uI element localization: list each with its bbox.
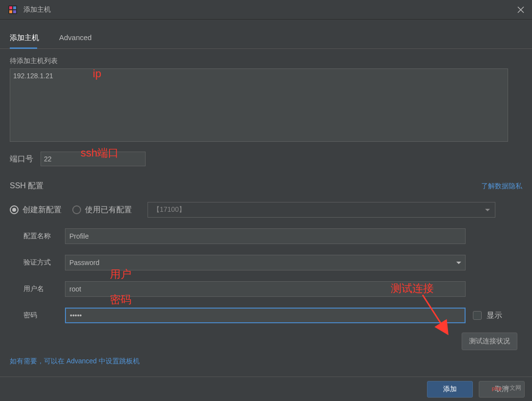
close-icon: [517, 6, 524, 13]
ssh-label: SSH 配置: [10, 181, 43, 191]
radio-existing-label: 使用已有配置: [85, 205, 132, 215]
radio-create-config[interactable]: 创建新配置: [10, 205, 62, 215]
ssh-header: SSH 配置 了解数据隐私: [10, 181, 522, 191]
test-connection-button[interactable]: 测试连接状况: [462, 333, 517, 350]
port-input[interactable]: [41, 152, 146, 166]
auth-value: Password: [69, 259, 99, 267]
svg-rect-1: [9, 6, 12, 9]
close-button[interactable]: [513, 2, 528, 17]
add-button[interactable]: 添加: [427, 381, 473, 398]
radio-existing-config[interactable]: 使用已有配置: [72, 205, 132, 215]
ssh-section: SSH 配置 了解数据隐私 创建新配置 使用已有配置 【17100】 配置名称 …: [10, 181, 522, 323]
footer: 添加 取消: [0, 377, 532, 401]
content: 待添加主机列表 192.128.1.21 端口号 SSH 配置 了解数据隐私 创…: [0, 49, 532, 328]
tabs: 添加主机 Advanced: [0, 28, 532, 49]
user-label: 用户名: [23, 285, 65, 293]
chevron-down-icon: [485, 209, 490, 211]
existing-config-select[interactable]: 【17100】: [148, 202, 495, 218]
show-password-group[interactable]: 显示: [473, 311, 502, 321]
advanced-hint: 如有需要，可以在 Advanced 中设置跳板机: [10, 357, 140, 366]
profile-label: 配置名称: [23, 232, 65, 241]
password-label: 密码: [23, 311, 65, 320]
profile-input[interactable]: [65, 228, 466, 244]
radio-icon: [10, 205, 19, 214]
auth-row: 验证方式 Password: [10, 255, 522, 270]
app-icon: [8, 5, 18, 15]
chevron-down-icon: [456, 262, 461, 264]
password-input[interactable]: [65, 308, 466, 323]
radio-row: 创建新配置 使用已有配置 【17100】: [10, 202, 522, 218]
svg-rect-4: [13, 10, 16, 13]
user-row: 用户名: [10, 281, 522, 297]
existing-config-value: 【17100】: [153, 205, 186, 214]
checkbox-icon: [473, 311, 482, 320]
titlebar: 添加主机: [0, 0, 532, 20]
radio-icon: [72, 205, 81, 214]
port-label: 端口号: [10, 154, 33, 164]
hostlist-input[interactable]: 192.128.1.21: [10, 68, 508, 142]
watermark: php 中文网: [492, 384, 521, 392]
user-input[interactable]: [65, 281, 466, 297]
port-row: 端口号: [10, 152, 522, 166]
profile-row: 配置名称: [10, 228, 522, 244]
show-label: 显示: [487, 311, 502, 321]
privacy-link[interactable]: 了解数据隐私: [481, 182, 522, 191]
svg-rect-2: [13, 6, 16, 9]
hostlist-label: 待添加主机列表: [10, 57, 522, 66]
password-row: 密码 显示: [10, 308, 522, 323]
tab-advanced[interactable]: Advanced: [59, 28, 100, 48]
svg-rect-3: [9, 10, 12, 13]
tab-add-host[interactable]: 添加主机: [10, 28, 47, 48]
auth-select[interactable]: Password: [65, 255, 466, 270]
window-title: 添加主机: [23, 5, 513, 14]
radio-create-label: 创建新配置: [22, 205, 62, 215]
auth-label: 验证方式: [23, 258, 65, 267]
